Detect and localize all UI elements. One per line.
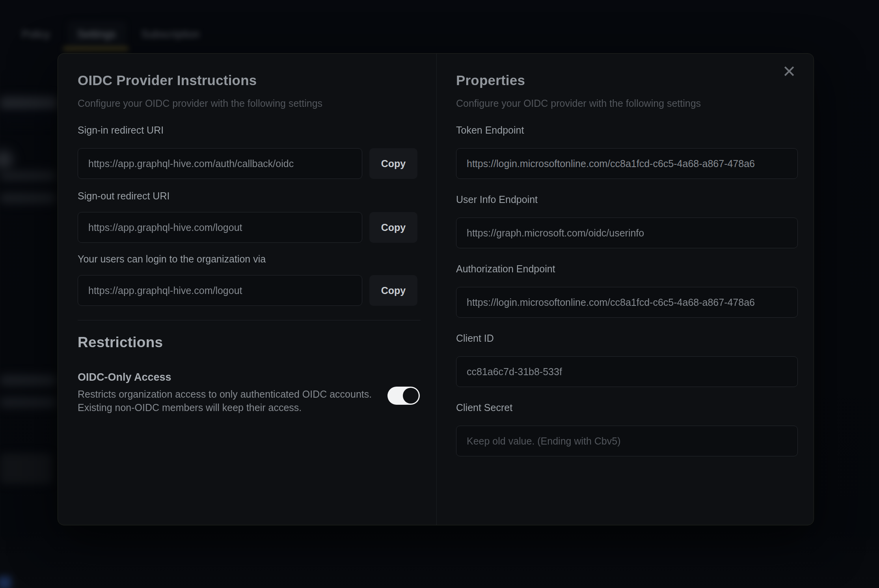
copy-login-via-button[interactable]: Copy: [369, 275, 417, 306]
login-via-label: Your users can login to the organization…: [78, 253, 266, 265]
oidc-only-access-label: OIDC-Only Access: [78, 371, 171, 383]
instructions-title: OIDC Provider Instructions: [78, 73, 257, 88]
oidc-settings-modal: ✕ OIDC Provider Instructions Configure y…: [58, 53, 814, 525]
sign-in-redirect-uri-label: Sign-in redirect URI: [78, 125, 164, 136]
properties-subtitle: Configure your OIDC provider with the fo…: [456, 98, 701, 109]
authorization-endpoint-label: Authorization Endpoint: [456, 263, 555, 275]
client-secret-input[interactable]: [456, 426, 798, 456]
client-id-input[interactable]: [456, 356, 798, 387]
instructions-panel: OIDC Provider Instructions Configure you…: [58, 54, 436, 525]
properties-panel: Properties Configure your OIDC provider …: [436, 54, 814, 525]
client-secret-label: Client Secret: [456, 402, 512, 413]
oidc-only-access-description: Existing non-OIDC members will keep thei…: [78, 402, 302, 413]
section-divider: [78, 320, 421, 320]
client-id-label: Client ID: [456, 333, 494, 344]
toggle-knob: [403, 388, 419, 404]
authorization-endpoint-input[interactable]: [456, 287, 798, 318]
properties-title: Properties: [456, 73, 525, 88]
copy-sign-in-uri-button[interactable]: Copy: [369, 148, 417, 179]
login-via-input[interactable]: [78, 275, 362, 306]
sign-out-redirect-uri-input[interactable]: [78, 212, 362, 243]
token-endpoint-label: Token Endpoint: [456, 125, 524, 136]
token-endpoint-input[interactable]: [456, 148, 798, 179]
copy-sign-out-uri-button[interactable]: Copy: [369, 212, 417, 243]
oidc-only-access-toggle[interactable]: [387, 387, 420, 405]
restrictions-heading: Restrictions: [78, 334, 163, 351]
instructions-subtitle: Configure your OIDC provider with the fo…: [78, 98, 322, 109]
user-info-endpoint-input[interactable]: [456, 218, 798, 248]
sign-out-redirect-uri-label: Sign-out redirect URI: [78, 190, 169, 202]
sign-in-redirect-uri-input[interactable]: [78, 148, 362, 179]
user-info-endpoint-label: User Info Endpoint: [456, 194, 538, 205]
oidc-only-access-description: Restricts organization access to only au…: [78, 389, 372, 400]
